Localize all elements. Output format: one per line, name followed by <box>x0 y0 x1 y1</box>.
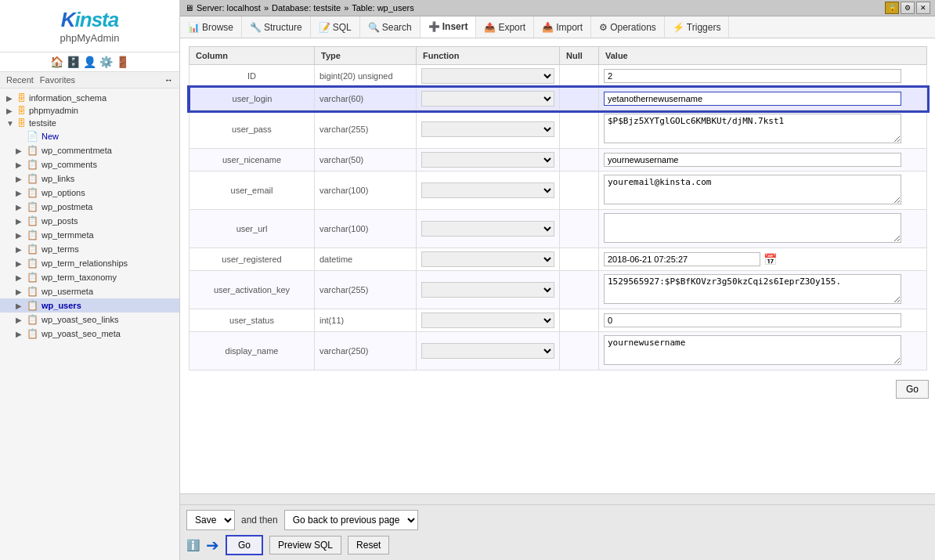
sidebar-item-wp-comments[interactable]: ▶ 📋 wp_comments <box>0 157 179 172</box>
cell-type: varchar(255) <box>315 271 417 309</box>
cell-column: user_status <box>190 309 315 332</box>
sidebar-item-phpmyadmin[interactable]: ▶ 🗄 phpmyadmin <box>0 104 179 117</box>
sidebar-item-wp-users[interactable]: ▶ 📋 wp_users <box>0 298 179 313</box>
operations-button[interactable]: ⚙ Operations <box>591 16 665 38</box>
sidebar-item-label: New <box>42 132 59 141</box>
preview-sql-button[interactable]: Preview SQL <box>269 536 341 555</box>
sql-button[interactable]: 📝 SQL <box>311 16 360 38</box>
insert-icon: ➕ <box>428 21 440 32</box>
import-button[interactable]: 📥 Import <box>534 16 591 38</box>
sidebar-item-wp-options[interactable]: ▶ 📋 wp_options <box>0 186 179 200</box>
close-button[interactable]: ✕ <box>916 2 930 14</box>
cell-value <box>599 210 927 248</box>
datetime-input[interactable] <box>604 252 760 266</box>
export-button[interactable]: 📤 Export <box>476 16 534 38</box>
cell-type: int(11) <box>315 309 417 332</box>
sidebar-item-wp-termmeta[interactable]: ▶ 📋 wp_termmeta <box>0 228 179 242</box>
function-select[interactable] <box>421 343 554 359</box>
go-button[interactable]: Go <box>226 535 263 555</box>
value-input[interactable] <box>604 313 901 327</box>
sidebar-item-information-schema[interactable]: ▶ 🗄 information_schema <box>0 92 179 104</box>
kinsta-logo: Kinsta <box>8 8 171 32</box>
lock-button[interactable]: 🔒 <box>885 2 899 14</box>
cell-function <box>417 149 560 172</box>
sidebar-item-wp-usermeta[interactable]: ▶ 📋 wp_usermeta <box>0 284 179 298</box>
expand-icon: ▶ <box>16 203 23 211</box>
insert-button[interactable]: ➕ Insert <box>421 16 477 38</box>
horizontal-scrollbar[interactable] <box>180 493 935 504</box>
value-textarea[interactable]: 1529565927:$P$BfKOVzr3g50kzCqi2s6IeprZ3O… <box>604 274 901 304</box>
structure-button[interactable]: 🔧 Structure <box>242 16 311 38</box>
structure-label: Structure <box>264 22 302 33</box>
cell-value <box>599 88 927 110</box>
cell-null <box>560 110 599 149</box>
table-icon: 📋 <box>27 300 38 311</box>
table-row: IDbigint(20) unsigned <box>190 65 927 88</box>
home-icon[interactable]: 🏠 <box>50 56 63 68</box>
recent-link[interactable]: Recent <box>6 75 34 85</box>
db-icon: 🗄 <box>17 93 26 103</box>
cell-null <box>560 149 599 172</box>
value-textarea[interactable] <box>604 213 901 243</box>
database-label: Database: testsite <box>272 3 341 13</box>
sidebar-item-wp-yoast-seo-links[interactable]: ▶ 📋 wp_yoast_seo_links <box>0 313 179 327</box>
function-select[interactable] <box>421 91 554 107</box>
sidebar-item-testsite[interactable]: ▼ 🗄 testsite <box>0 117 179 129</box>
browse-button[interactable]: 📊 Browse <box>180 16 242 38</box>
db-icon: 🗄 <box>17 106 26 115</box>
function-select[interactable] <box>421 152 554 168</box>
content-inner: Column Type Function Null Value IDbigint… <box>180 38 935 378</box>
sidebar-item-wp-yoast-seo-meta[interactable]: ▶ 📋 wp_yoast_seo_meta <box>0 327 179 341</box>
edit-table: Column Type Function Null Value IDbigint… <box>188 46 927 370</box>
sidebar-item-wp-terms[interactable]: ▶ 📋 wp_terms <box>0 242 179 256</box>
user-icon[interactable]: 👤 <box>83 56 96 68</box>
toolbar: 📊 Browse 🔧 Structure 📝 SQL 🔍 Search ➕ In… <box>180 16 935 38</box>
search-button[interactable]: 🔍 Search <box>360 16 421 38</box>
value-input[interactable] <box>604 69 901 83</box>
cell-type: bigint(20) unsigned <box>315 65 417 88</box>
andthen-select[interactable]: Go back to previous page <box>284 510 418 530</box>
value-textarea[interactable]: $P$Bjz5XYTglGOLc6KMBKUt/djMN.7kst1 <box>604 114 901 143</box>
sidebar-item-new[interactable]: 📄 New <box>0 129 179 143</box>
function-select[interactable] <box>421 282 554 298</box>
col-header-function: Function <box>417 47 560 65</box>
value-textarea[interactable]: yournewusername <box>604 335 901 365</box>
sidebar-item-wp-term-taxonomy[interactable]: ▶ 📋 wp_term_taxonomy <box>0 270 179 284</box>
cell-function <box>417 309 560 332</box>
settings-icon[interactable]: ⚙️ <box>99 56 113 68</box>
sidebar-item-wp-term-relationships[interactable]: ▶ 📋 wp_term_relationships <box>0 256 179 270</box>
cell-value: yournewusername <box>599 332 927 370</box>
db-icon[interactable]: 🗄️ <box>67 56 80 68</box>
sidebar-item-label: wp_term_relationships <box>42 258 128 268</box>
sidebar-item-wp-links[interactable]: ▶ 📋 wp_links <box>0 172 179 186</box>
reset-button[interactable]: Reset <box>348 536 389 555</box>
expand-icon: ▶ <box>16 302 23 310</box>
function-select[interactable] <box>421 221 554 237</box>
function-select[interactable] <box>421 121 554 137</box>
triggers-button[interactable]: ⚡ Triggers <box>665 16 730 38</box>
sql-label: SQL <box>333 22 352 33</box>
value-textarea[interactable]: youremail@kinsta.com <box>604 175 901 204</box>
settings-button[interactable]: ⚙ <box>901 2 915 14</box>
expand-icon: ▼ <box>6 119 14 128</box>
function-select[interactable] <box>421 313 554 328</box>
sidebar-item-wp-posts[interactable]: ▶ 📋 wp_posts <box>0 214 179 228</box>
value-input[interactable] <box>604 153 901 167</box>
arrow-sep1: » <box>264 3 269 13</box>
cell-function <box>417 172 560 210</box>
exit-icon[interactable]: 🚪 <box>116 56 129 68</box>
logo-k: K <box>61 8 75 31</box>
go-right-button[interactable]: Go <box>896 380 929 399</box>
sidebar-item-wp-commentmeta[interactable]: ▶ 📋 wp_commentmeta <box>0 143 179 157</box>
save-select[interactable]: Save <box>186 510 235 530</box>
function-select[interactable] <box>421 68 554 84</box>
favorites-link[interactable]: Favorites <box>40 75 75 85</box>
value-input[interactable] <box>604 92 901 106</box>
sidebar-item-wp-postmeta[interactable]: ▶ 📋 wp_postmeta <box>0 200 179 214</box>
sidebar-expand-icon[interactable]: ↔ <box>164 75 173 85</box>
function-select[interactable] <box>421 251 554 267</box>
function-select[interactable] <box>421 182 554 198</box>
calendar-icon[interactable]: 📅 <box>764 253 777 266</box>
and-then-label: and then <box>241 515 278 526</box>
cell-null <box>560 309 599 332</box>
